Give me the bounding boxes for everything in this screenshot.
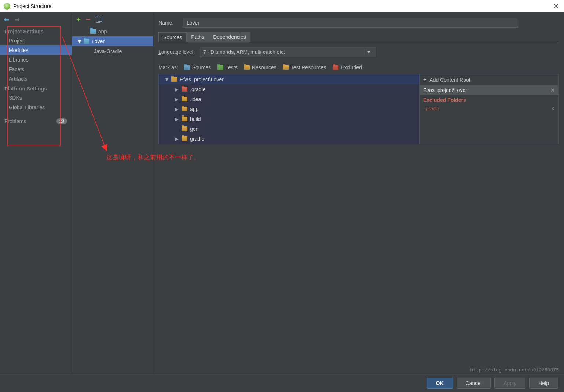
sidebar-item-global-libraries[interactable]: Global Libraries [0, 103, 72, 112]
module-tree-item[interactable]: app [72, 26, 153, 36]
folder-icon [182, 136, 187, 141]
plus-icon: + [423, 77, 426, 83]
source-folder-tree[interactable]: ▼F:\as_project\Lover▶.gradle▶.idea▶app▶b… [158, 74, 420, 144]
source-tree-item[interactable]: ▶app [159, 104, 419, 114]
tab-sources[interactable]: Sources [158, 32, 187, 42]
name-label: Name: [158, 20, 178, 26]
chevron-icon: ▶ [175, 86, 179, 92]
back-arrow-icon[interactable]: ⬅ [4, 15, 9, 23]
folder-label: .gradle [190, 86, 206, 92]
folder-label: app [190, 106, 198, 112]
content-root-panel: + Add Content Root F:\as_project\Lover ✕… [420, 74, 559, 144]
module-name-input[interactable] [183, 18, 518, 28]
window-title: Project Structure [13, 3, 51, 9]
folder-icon [182, 97, 187, 101]
module-tree-item[interactable]: Java-Gradle [72, 46, 153, 56]
language-level-combo[interactable]: 7 - Diamonds, ARM, multi-catch etc. ▾ [200, 47, 376, 57]
chevron-icon: ▶ [175, 106, 179, 112]
sidebar-item-modules[interactable]: Modules [0, 45, 72, 55]
forward-arrow-icon[interactable]: ➡ [14, 15, 20, 23]
excluded-folder-item[interactable]: .gradle✕ [420, 105, 558, 112]
folder-icon [182, 126, 187, 131]
apply-button[interactable]: Apply [494, 378, 525, 389]
folder-label: gradle [190, 136, 204, 142]
dialog-button-bar: OK Cancel Apply Help [0, 374, 564, 392]
folder-icon [171, 77, 177, 82]
module-list-panel: + − app▼LoverJava-Gradle [72, 12, 153, 374]
module-label: Lover [92, 38, 105, 44]
copy-module-icon[interactable] [96, 16, 102, 23]
app-logo-icon [4, 3, 10, 10]
tab-paths[interactable]: Paths [187, 32, 209, 42]
help-button[interactable]: Help [529, 378, 558, 389]
remove-module-icon[interactable]: − [86, 15, 91, 24]
mark-button[interactable]: Excluded [333, 64, 362, 70]
chevron-icon: ▼ [164, 77, 169, 82]
folder-icon [84, 39, 89, 44]
watermark-text: http://blog.csdn.net/u012250875 [470, 367, 559, 373]
close-icon[interactable]: ✕ [553, 2, 559, 10]
source-tree-item[interactable]: gen [159, 124, 419, 134]
chevron-icon: ▶ [175, 136, 179, 142]
sidebar-item-facets[interactable]: Facets [0, 64, 72, 74]
source-tree-item[interactable]: ▶.gradle [159, 84, 419, 94]
sidebar-item-libraries[interactable]: Libraries [0, 55, 72, 64]
problems-label: Problems [4, 118, 26, 124]
folder-icon [244, 65, 250, 70]
language-level-label: Language level: [158, 49, 195, 55]
folder-icon [182, 107, 187, 111]
sidebar-item-problems[interactable]: Problems 28 [0, 117, 72, 126]
folder-label: gen [190, 126, 198, 132]
language-level-value: 7 - Diamonds, ARM, multi-catch etc. [203, 49, 285, 55]
remove-content-root-icon[interactable]: ✕ [550, 87, 555, 93]
source-tree-item[interactable]: ▶.idea [159, 94, 419, 104]
folder-label: .idea [190, 96, 201, 102]
sidebar-item-sdks[interactable]: SDKs [0, 93, 72, 103]
folder-icon [283, 65, 289, 70]
source-tree-item[interactable]: ▼F:\as_project\Lover [159, 74, 419, 84]
tab-dependencies[interactable]: Dependencies [209, 32, 250, 42]
module-tree-item[interactable]: ▼Lover [72, 36, 153, 46]
problems-count-badge: 28 [56, 118, 67, 124]
mark-button[interactable]: Sources [184, 64, 211, 70]
mark-button[interactable]: Resources [244, 64, 276, 70]
mark-as-label: Mark as: [158, 64, 178, 70]
module-details-panel: Name: SourcesPathsDependencies Language … [153, 12, 564, 374]
add-module-icon[interactable]: + [76, 15, 81, 24]
section-header-project-settings: Project Settings [0, 26, 72, 36]
folder-icon [90, 29, 96, 34]
section-header-platform-settings: Platform Settings [0, 84, 72, 93]
mark-button[interactable]: Tests [217, 64, 238, 70]
folder-icon [182, 87, 187, 92]
folder-icon [182, 117, 187, 121]
sidebar-item-artifacts[interactable]: Artifacts [0, 74, 72, 84]
excluded-folders-header: Excluded Folders [420, 95, 558, 105]
folder-label: build [190, 116, 201, 122]
sidebar-item-project[interactable]: Project [0, 36, 72, 45]
module-label: app [98, 29, 107, 34]
add-content-root-button[interactable]: + Add Content Root [420, 74, 558, 85]
chevron-down-icon: ▾ [365, 49, 373, 55]
titlebar: Project Structure ✕ [0, 0, 564, 12]
content-root-path[interactable]: F:\as_project\Lover ✕ [420, 85, 558, 95]
chevron-icon: ▶ [175, 116, 179, 122]
module-label: Java-Gradle [94, 48, 122, 54]
folder-label: F:\as_project\Lover [180, 77, 224, 82]
folder-icon [217, 65, 223, 70]
settings-sidebar: ⬅ ➡ Project Settings Project Modules Lib… [0, 12, 72, 374]
ok-button[interactable]: OK [427, 378, 453, 389]
cancel-button[interactable]: Cancel [457, 378, 491, 389]
source-tree-item[interactable]: ▶gradle [159, 134, 419, 144]
source-tree-item[interactable]: ▶build [159, 114, 419, 124]
chevron-icon: ▶ [175, 96, 179, 102]
mark-button[interactable]: Test Resources [283, 64, 326, 70]
folder-icon [333, 65, 338, 70]
remove-excluded-icon[interactable]: ✕ [551, 106, 555, 111]
folder-icon [184, 65, 190, 70]
